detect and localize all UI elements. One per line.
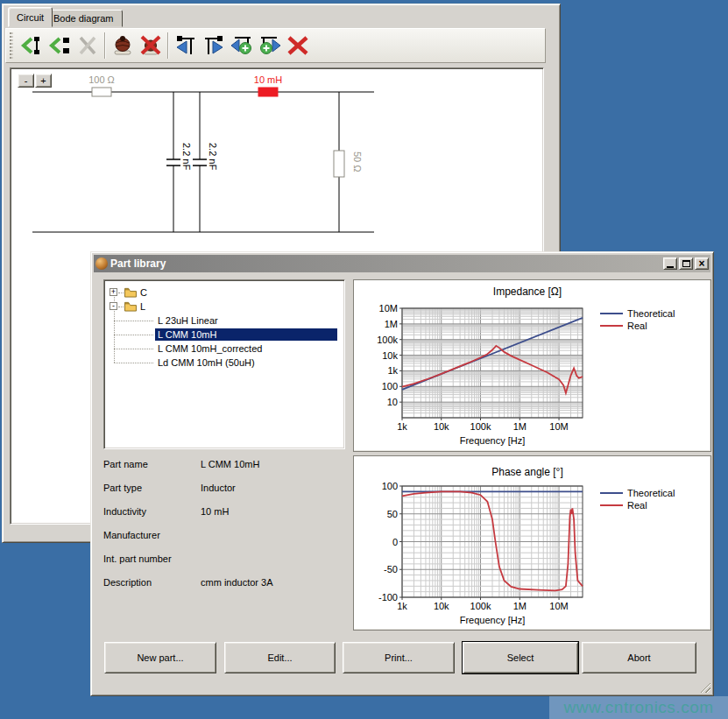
- toolbar: [5, 28, 546, 63]
- tree-connector: [114, 321, 153, 321]
- move-probe-right-button[interactable]: [200, 32, 228, 60]
- svg-text:100k: 100k: [470, 601, 491, 611]
- probe-left-icon: [174, 34, 197, 57]
- svg-text:Impedance [Ω]: Impedance [Ω]: [493, 285, 562, 298]
- folder-icon: [124, 287, 138, 298]
- svg-text:1M: 1M: [513, 601, 527, 611]
- tree-item-selected[interactable]: L CMM 10mH: [155, 328, 337, 342]
- tree-item-label: L 23uH Linear: [155, 314, 221, 327]
- close-button[interactable]: ×: [695, 257, 709, 270]
- tree-expand-c[interactable]: +: [110, 288, 117, 296]
- maximize-icon: [682, 260, 690, 267]
- zoom-in-button[interactable]: +: [35, 74, 52, 88]
- impedance-chart: 1k10k100k1M10M10M1M100k10k1k10010Impedan…: [354, 280, 710, 451]
- minimize-icon: [667, 266, 674, 268]
- detail-value-part-name: L CMM 10mH: [201, 459, 259, 469]
- tree-item-label: Ld CMM 10mH (50uH): [155, 356, 258, 369]
- capacitor-c1-label: 2.2 nF: [181, 143, 192, 170]
- add-probe-right-icon: [258, 34, 282, 57]
- resize-grip[interactable]: [699, 681, 710, 693]
- detail-label-part-type: Part type: [103, 483, 142, 493]
- dialog-icon: [95, 257, 108, 270]
- inductor-l1-selected[interactable]: [258, 88, 278, 96]
- abort-label: Abort: [627, 652, 650, 663]
- detail-value-part-type: Inductor: [201, 483, 236, 493]
- part-tree[interactable]: + C - L L 23uH Linear L CMM 10mH: [103, 279, 345, 449]
- debug-stop-button[interactable]: [137, 32, 165, 60]
- svg-text:0: 0: [392, 537, 398, 547]
- svg-text:100k: 100k: [470, 421, 491, 432]
- svg-text:1k: 1k: [397, 601, 407, 611]
- select-label: Select: [507, 652, 534, 663]
- svg-text:10: 10: [387, 397, 398, 407]
- svg-text:Phase angle [°]: Phase angle [°]: [491, 466, 563, 478]
- svg-text:Theoretical: Theoretical: [627, 308, 675, 319]
- maximize-button[interactable]: [679, 257, 693, 270]
- abort-button[interactable]: Abort: [582, 642, 696, 673]
- tree-item[interactable]: L 23uH Linear: [155, 314, 221, 328]
- tab-circuit-label: Circuit: [17, 12, 44, 23]
- new-part-label: New part...: [137, 652, 183, 663]
- svg-text:Frequency [Hz]: Frequency [Hz]: [460, 615, 526, 625]
- add-probe-right-button[interactable]: [256, 32, 284, 60]
- detail-label-int-part-number: Int. part number: [103, 553, 172, 564]
- tree-node-c-label: C: [138, 286, 150, 299]
- part-library-dialog: Part library × + C -: [90, 251, 714, 696]
- tab-circuit[interactable]: Circuit: [8, 7, 53, 27]
- tree-connector: [114, 363, 153, 363]
- edit-label: Edit...: [267, 652, 292, 663]
- tree-connector: [114, 335, 153, 335]
- svg-text:1M: 1M: [385, 319, 398, 329]
- resistor-r1[interactable]: [92, 88, 111, 96]
- tree-collapse-l[interactable]: -: [110, 302, 117, 310]
- svg-text:1k: 1k: [387, 365, 398, 376]
- resistor-r2-label: 50 Ω: [352, 152, 363, 173]
- tree-item[interactable]: L CMM 10mH_corrected: [155, 342, 265, 356]
- toolbar-grip[interactable]: [10, 32, 13, 59]
- print-button[interactable]: Print...: [343, 642, 455, 673]
- insert-component-before-icon: [20, 34, 43, 57]
- zoom-out-label: -: [25, 75, 28, 86]
- zoom-out-button[interactable]: -: [18, 74, 34, 88]
- resistor-r2[interactable]: [334, 151, 344, 177]
- phase-chart-panel: 1k10k100k1M10M100500-50-100Phase angle […: [353, 455, 711, 631]
- minimize-button[interactable]: [663, 257, 677, 270]
- detail-label-part-name: Part name: [103, 459, 148, 469]
- select-button[interactable]: Select: [463, 642, 578, 673]
- tree-node-l-label: L: [138, 300, 148, 313]
- detail-value-description: cmm inductor 3A: [201, 577, 273, 588]
- svg-text:10k: 10k: [434, 601, 449, 611]
- tree-node-l[interactable]: L: [124, 300, 148, 314]
- add-probe-left-button[interactable]: [228, 32, 256, 60]
- tab-bode-diagram[interactable]: Bode diagram: [45, 10, 123, 27]
- insert-component-after-button[interactable]: [46, 32, 74, 60]
- svg-text:10M: 10M: [379, 303, 398, 314]
- move-probe-left-button[interactable]: [172, 32, 200, 60]
- delete-probe-button[interactable]: [284, 32, 312, 60]
- svg-text:10k: 10k: [382, 350, 398, 361]
- cut-disabled-button[interactable]: [74, 32, 102, 60]
- bug-icon: [111, 34, 134, 57]
- svg-text:Theoretical: Theoretical: [627, 488, 675, 498]
- new-part-button[interactable]: New part...: [104, 642, 216, 673]
- svg-text:10M: 10M: [549, 421, 568, 432]
- svg-text:-50: -50: [384, 564, 398, 574]
- tree-item[interactable]: Ld CMM 10mH (50uH): [155, 356, 258, 370]
- probe-right-icon: [202, 34, 225, 57]
- svg-text:10M: 10M: [549, 601, 568, 611]
- svg-text:Real: Real: [627, 321, 647, 331]
- debug-run-button[interactable]: [109, 32, 137, 60]
- print-label: Print...: [385, 652, 413, 663]
- insert-component-before-button[interactable]: [18, 32, 46, 60]
- dialog-title: Part library: [110, 257, 166, 270]
- edit-button[interactable]: Edit...: [224, 642, 336, 673]
- dialog-titlebar[interactable]: Part library ×: [94, 255, 710, 272]
- inductor-l1-label: 10 mH: [254, 74, 282, 85]
- svg-text:10k: 10k: [434, 421, 449, 432]
- detail-label-manufacturer: Manufacturer: [103, 530, 160, 540]
- tree-node-c[interactable]: C: [124, 285, 150, 300]
- tree-connector: [114, 349, 153, 349]
- watermark-text: www.cntronics.com: [563, 698, 713, 717]
- tree-item-label: L CMM 10mH: [155, 328, 337, 341]
- svg-text:1k: 1k: [397, 421, 407, 432]
